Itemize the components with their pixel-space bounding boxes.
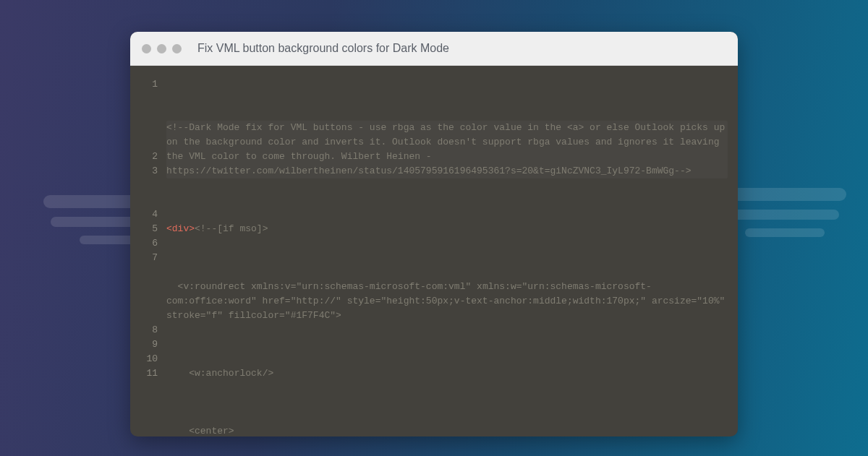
line-number: 4	[136, 207, 158, 222]
deco-bar	[731, 210, 839, 220]
line-number: 6	[136, 236, 158, 251]
line-number: 9	[136, 337, 158, 352]
deco-bar	[745, 228, 825, 237]
deco-bar	[723, 188, 846, 201]
deco-bar	[43, 195, 145, 208]
code-line-2: <div><!--[if mso]>	[166, 222, 728, 236]
window-titlebar: Fix VML button background colors for Dar…	[130, 32, 738, 66]
line-number: 10	[136, 352, 158, 366]
code-editor[interactable]: 1 23 4567 891011 <!--Dark Mode fix for V…	[130, 66, 738, 436]
line-number: 11	[136, 366, 158, 381]
code-line-5: <center>	[166, 424, 728, 436]
comment-block: <!--Dark Mode fix for VML buttons - use …	[166, 122, 731, 176]
code-line-1: <!--Dark Mode fix for VML buttons - use …	[166, 121, 728, 178]
traffic-light-close[interactable]	[142, 44, 151, 53]
line-number: 2	[136, 150, 158, 164]
code-line-4: <w:anchorlock/>	[166, 366, 728, 381]
traffic-light-zoom[interactable]	[172, 44, 182, 53]
editor-window: Fix VML button background colors for Dar…	[130, 32, 738, 436]
line-number: 8	[136, 323, 158, 337]
line-number: 7	[136, 251, 158, 265]
line-number-gutter: 1 23 4567 891011	[136, 77, 166, 426]
traffic-light-minimize[interactable]	[157, 44, 166, 53]
line-number: 5	[136, 222, 158, 236]
code-line-3: <v:roundrect xmlns:v="urn:schemas-micros…	[166, 280, 728, 323]
line-number: 3	[136, 164, 158, 178]
code-content[interactable]: <!--Dark Mode fix for VML buttons - use …	[166, 77, 728, 426]
window-title: Fix VML button background colors for Dar…	[197, 42, 449, 55]
line-number: 1	[136, 77, 158, 92]
